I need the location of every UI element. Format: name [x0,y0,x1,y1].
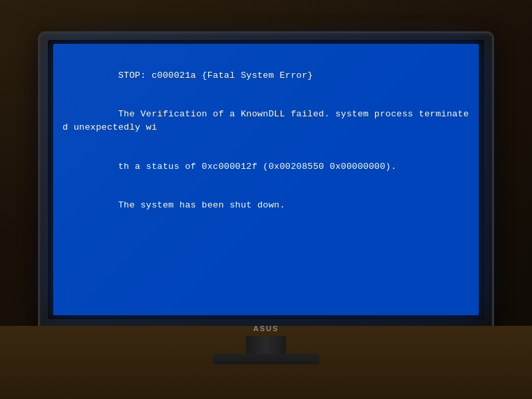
bsod-screen: STOP: c000021a {Fatal System Error} The … [53,44,479,315]
room-background: STOP: c000021a {Fatal System Error} The … [0,0,532,399]
bsod-line3: th a status of 0xc000012f (0x00208550 0x… [118,162,397,172]
monitor-outer-casing: STOP: c000021a {Fatal System Error} The … [40,33,492,339]
bsod-error-text: STOP: c000021a {Fatal System Error} The … [63,56,469,225]
bsod-line1: STOP: c000021a {Fatal System Error} [118,70,313,80]
bsod-line4: The system has been shut down. [118,200,285,210]
monitor-stand-base [213,354,319,364]
monitor-bezel: STOP: c000021a {Fatal System Error} The … [48,40,484,319]
bsod-line2: The Verification of a KnownDLL failed. s… [63,109,469,132]
monitor-brand-label: ASUS [253,325,279,332]
